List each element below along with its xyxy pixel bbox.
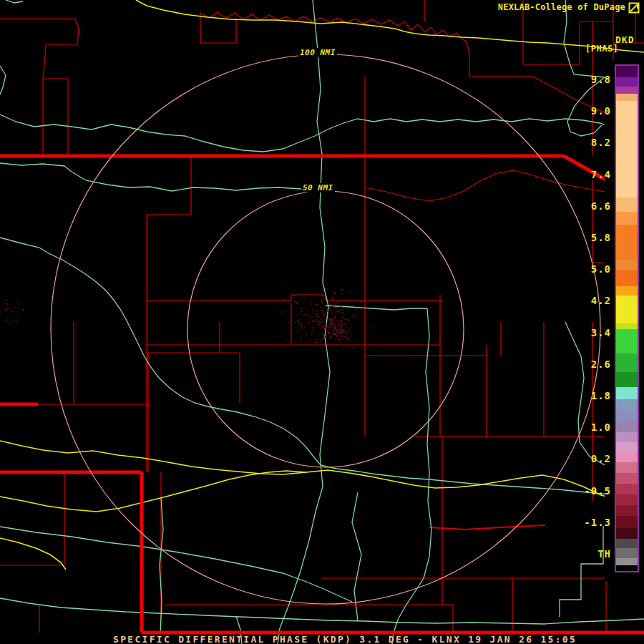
- colorbar-tick-label: 8.2: [591, 137, 611, 148]
- highway-line: [0, 471, 306, 512]
- colorbar-segment: [616, 225, 638, 260]
- colorbar-segment: [616, 473, 638, 484]
- colorbar-tick-label: -0.5: [584, 485, 611, 497]
- colorbar-segment: [616, 516, 638, 528]
- colorbar-segment: [616, 77, 638, 87]
- colorbar-segment: [616, 442, 638, 452]
- colorbar-segment: [616, 421, 638, 432]
- river-line: [0, 114, 617, 152]
- radar-map-canvas: [0, 0, 644, 644]
- colorbar-tick-label: 2.6: [591, 358, 611, 370]
- colorbar-tick-label: 6.6: [591, 200, 611, 212]
- colorbar-segment: [616, 94, 638, 101]
- colorbar-tick-label: -1.3: [584, 517, 611, 528]
- county-boundary-line: [200, 12, 469, 77]
- river-line: [278, 0, 330, 644]
- colorbar-segment: [616, 66, 638, 77]
- river-line: [560, 526, 603, 617]
- river-line: [0, 527, 352, 602]
- river-line: [0, 238, 617, 495]
- colorbar-segment: [616, 270, 638, 286]
- colorbar-segment: [616, 462, 638, 473]
- colorbar-tick-label: 4.2: [591, 295, 611, 306]
- colorbar-segment: [616, 505, 638, 516]
- colorbar-tick-label: 9.0: [591, 105, 611, 117]
- colorbar-segment: [616, 410, 638, 421]
- colorbar-segment: [616, 286, 638, 296]
- colorbar-segment: [616, 353, 638, 372]
- red-road-line: [429, 525, 545, 530]
- colorbar-tick-label: 5.8: [591, 232, 611, 243]
- colorbar-segment: [616, 212, 638, 225]
- colorbar-segment: [616, 484, 638, 494]
- river-line: [0, 598, 644, 624]
- colorbar-tick-label: 3.4: [591, 327, 611, 338]
- status-bar-text: SPECIFIC DIFFERENTIAL PHASE (KDP) 3.1 DE…: [113, 634, 577, 644]
- colorbar-segment: [616, 494, 638, 505]
- colorbar-segment: [616, 558, 638, 565]
- colorbar-tick-label: 1.0: [591, 421, 611, 433]
- colorbar-segment: [616, 432, 638, 442]
- colorbar-segment: [616, 329, 638, 353]
- colorbar-segment: [616, 101, 638, 197]
- colorbar-segment: [616, 372, 638, 387]
- colorbar-segment: [616, 260, 638, 270]
- colorbar-segment: [616, 565, 638, 571]
- county-boundary-line: [592, 180, 605, 263]
- range-ring-label-100nmi: 100 NMI: [298, 48, 337, 57]
- colorbar-segment: [616, 323, 638, 329]
- river-line: [0, 66, 6, 94]
- range-ring-label-50nmi: 50 NMI: [301, 183, 335, 192]
- colorbar-tick-label: 5.0: [591, 263, 611, 275]
- colorbar-tick-label: 9.8: [591, 74, 611, 85]
- county-boundary-line: [0, 19, 79, 155]
- colorbar-segment: [616, 87, 638, 94]
- colorbar-segment: [616, 296, 638, 323]
- county-boundary-line: [43, 79, 68, 155]
- cod-logo-icon: [628, 2, 640, 14]
- colorbar-threshold-label: TH: [597, 548, 611, 560]
- colorbar-segment: [616, 399, 638, 410]
- river-line: [0, 163, 320, 191]
- colorbar-segment: [616, 387, 638, 399]
- river-line: [6, 0, 23, 3]
- colorbar-tick-label: 7.4: [591, 169, 611, 180]
- county-boundary-line: [147, 155, 191, 472]
- colorbar-tick-label: 0.2: [591, 453, 611, 464]
- county-boundary-line: [365, 170, 605, 201]
- product-label: [PHAS]: [585, 44, 618, 54]
- colorbar: [615, 64, 639, 572]
- radar-display: 9.89.08.27.46.65.85.04.23.42.61.81.00.2-…: [0, 0, 644, 644]
- colorbar-segment: [616, 528, 638, 539]
- colorbar-segment: [616, 539, 638, 548]
- colorbar-segment: [616, 197, 638, 212]
- colorbar-segment: [616, 548, 638, 558]
- colorbar-tick-label: 1.8: [591, 390, 611, 401]
- river-line: [392, 308, 431, 644]
- colorbar-segment: [616, 452, 638, 462]
- page-title: NEXLAB-College of DuPage: [498, 2, 625, 12]
